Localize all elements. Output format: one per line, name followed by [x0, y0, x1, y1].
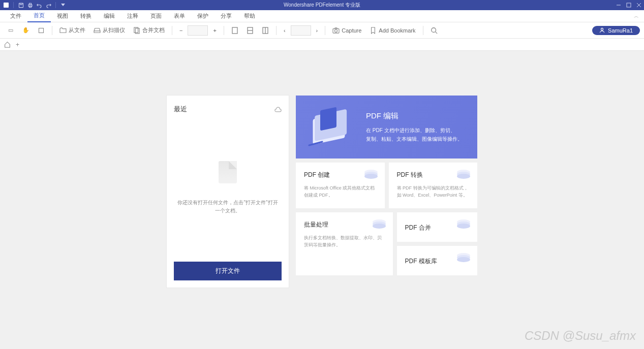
menu-view[interactable]: 视图	[51, 10, 74, 22]
menu-protect[interactable]: 保护	[191, 10, 214, 22]
bookmark-icon	[370, 27, 377, 34]
from-scanner-label: 从扫描仪	[103, 26, 125, 34]
cloud-icon[interactable]	[274, 107, 282, 112]
pdf-create-desc: 将 Microsoft Office 或其他格式文档创建成 PDF。	[304, 184, 377, 199]
pdf-template-card[interactable]: PDF 模板库	[397, 246, 478, 275]
next-page-button[interactable]: ›	[313, 25, 321, 36]
merge-label: 合并文档	[142, 26, 165, 34]
pdf-merge-card[interactable]: PDF 合并	[397, 212, 478, 242]
add-bookmark-button[interactable]: Add Bookmark	[366, 25, 418, 36]
maximize-button[interactable]	[624, 0, 634, 10]
pdf-merge-title: PDF 合并	[405, 224, 431, 232]
svg-rect-9	[39, 28, 44, 33]
fit-width-button[interactable]	[228, 25, 241, 36]
fit-height-button[interactable]	[259, 25, 272, 36]
pdf-create-card[interactable]: PDF 创建 将 Microsoft Office 或其他格式文档创建成 PDF…	[296, 163, 385, 208]
menu-convert[interactable]: 转换	[74, 10, 98, 22]
undo-icon[interactable]	[36, 2, 42, 8]
menu-help[interactable]: 帮助	[238, 10, 261, 22]
menu-form[interactable]: 表单	[168, 10, 191, 22]
svg-rect-3	[29, 3, 31, 5]
pdf-edit-title: PDF 编辑	[366, 111, 463, 121]
zoom-out-button[interactable]: −	[176, 25, 186, 36]
toolbar: ▭ ✋ 从文件 从扫描仪 合并文档 − + ‹ › Capture Add Bo…	[0, 22, 644, 39]
redo-icon[interactable]	[45, 2, 51, 8]
from-file-label: 从文件	[69, 26, 85, 34]
collapse-ribbon-icon[interactable]: ︿	[634, 13, 639, 20]
empty-file-icon	[219, 161, 237, 183]
print-icon[interactable]	[27, 2, 33, 8]
capture-label: Capture	[342, 27, 361, 34]
dropdown-icon[interactable]	[60, 2, 66, 8]
watermark: CSDN @Susu_afmx	[525, 329, 636, 343]
recent-title: 最近	[174, 105, 187, 114]
svg-rect-12	[232, 27, 237, 34]
capture-button[interactable]: Capture	[329, 25, 364, 36]
recent-panel: 最近 你还没有打开任何文件，点击"打开文件"打开一个文档。 打开文件	[167, 96, 289, 288]
svg-rect-0	[4, 3, 9, 8]
hand-tool[interactable]: ✋	[19, 25, 33, 36]
select-tool[interactable]: ▭	[4, 25, 17, 36]
search-icon	[431, 27, 438, 34]
main-area: 最近 你还没有打开任何文件，点击"打开文件"打开一个文档。 打开文件 PDF 编…	[0, 51, 644, 349]
app-logo-icon	[3, 2, 9, 8]
zoom-in-button[interactable]: +	[210, 25, 219, 36]
save-icon[interactable]	[18, 2, 24, 8]
menu-comment[interactable]: 注释	[121, 10, 144, 22]
fit-page-button[interactable]	[243, 25, 257, 36]
close-button[interactable]	[634, 0, 644, 10]
open-file-button[interactable]: 打开文件	[174, 262, 282, 280]
layers-icon	[457, 253, 470, 262]
menu-share[interactable]: 分享	[214, 10, 238, 22]
pdf-convert-card[interactable]: PDF 转换 将 PDF 转换为可编辑的文档格式，如 Word、Excel、Po…	[389, 163, 478, 208]
svg-line-20	[435, 31, 437, 34]
pdf-convert-desc: 将 PDF 转换为可编辑的文档格式，如 Word、Excel、PowerPoin…	[397, 184, 470, 199]
edit-tool[interactable]	[35, 25, 48, 36]
merge-button[interactable]: 合并文档	[130, 24, 168, 36]
add-bookmark-label: Add Bookmark	[379, 27, 415, 34]
tab-bar: +	[0, 39, 644, 51]
pdf-edit-illustration	[308, 107, 354, 147]
title-bar: Wondershare PDFelement 专业版	[0, 0, 644, 10]
svg-point-19	[431, 27, 436, 32]
layers-icon	[457, 170, 470, 179]
svg-rect-6	[627, 3, 631, 7]
pdf-template-title: PDF 模板库	[405, 257, 437, 266]
search-button[interactable]	[427, 25, 441, 36]
menu-edit[interactable]: 编辑	[98, 10, 121, 22]
menu-file[interactable]: 文件	[4, 10, 27, 22]
new-tab-button[interactable]: +	[16, 41, 19, 48]
svg-rect-1	[19, 3, 23, 7]
layers-icon	[457, 219, 470, 229]
prev-page-button[interactable]: ‹	[281, 25, 289, 36]
window-title: Wondershare PDFelement 专业版	[284, 2, 360, 9]
pdf-edit-desc: 在 PDF 文档中进行添加、删除、剪切、复制、粘贴、文本编辑、图像编辑等操作。	[366, 126, 463, 143]
layers-icon	[364, 170, 378, 179]
layers-icon	[373, 219, 386, 229]
svg-rect-4	[29, 6, 31, 7]
from-scanner-button[interactable]: 从扫描仪	[90, 24, 128, 36]
user-name: SamuRa1	[608, 27, 633, 34]
menu-bar: 文件 首页 视图 转换 编辑 注释 页面 表单 保护 分享 帮助 ︿	[0, 10, 644, 22]
menu-page[interactable]: 页面	[144, 10, 168, 22]
svg-point-21	[601, 28, 603, 30]
home-tab-icon[interactable]	[4, 41, 11, 48]
from-file-button[interactable]: 从文件	[56, 24, 88, 36]
user-icon	[599, 27, 605, 33]
recent-empty-message: 你还没有打开任何文件，点击"打开文件"打开一个文档。	[174, 199, 282, 215]
svg-point-18	[335, 29, 338, 32]
batch-desc: 执行多文档转换、数据提取、水印、贝茨码等批量操作。	[304, 234, 385, 249]
camera-icon	[332, 27, 340, 34]
batch-process-card[interactable]: 批量处理 执行多文档转换、数据提取、水印、贝茨码等批量操作。	[296, 212, 393, 275]
menu-home[interactable]: 首页	[27, 10, 51, 22]
zoom-input[interactable]	[188, 25, 208, 36]
page-input[interactable]	[291, 25, 311, 36]
pdf-edit-card[interactable]: PDF 编辑 在 PDF 文档中进行添加、删除、剪切、复制、粘贴、文本编辑、图像…	[296, 96, 477, 158]
minimize-button[interactable]	[614, 0, 624, 10]
user-account-button[interactable]: SamuRa1	[592, 26, 640, 35]
